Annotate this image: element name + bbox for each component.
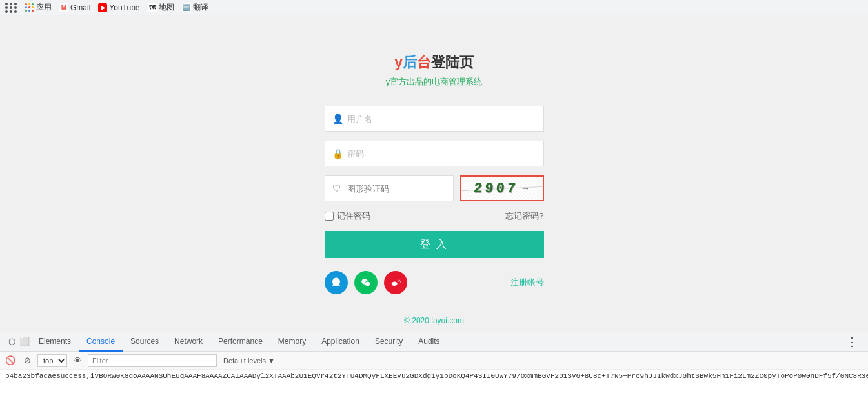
username-input[interactable] bbox=[325, 106, 544, 132]
lock-icon: 🔒 bbox=[332, 148, 343, 159]
tab-memory[interactable]: Memory bbox=[270, 332, 314, 352]
tab-audits[interactable]: Audits bbox=[410, 332, 447, 352]
gmail-label: Gmail bbox=[70, 3, 90, 12]
footer-text: © 2020 layui.com bbox=[404, 316, 464, 325]
title-rest: 登陆页 bbox=[431, 54, 474, 70]
context-select[interactable]: top bbox=[37, 354, 67, 367]
login-button[interactable]: 登 入 bbox=[325, 231, 544, 258]
stop-icon[interactable]: ⊘ bbox=[21, 354, 34, 367]
clear-console-icon[interactable]: 🚫 bbox=[4, 354, 17, 367]
title-y: y bbox=[394, 54, 402, 70]
register-link[interactable]: 注册帐号 bbox=[510, 277, 544, 288]
translate-label: 翻译 bbox=[193, 2, 208, 13]
social-row: 注册帐号 bbox=[325, 271, 544, 294]
bookmark-apps[interactable]: 应用 bbox=[25, 2, 52, 13]
bookmark-youtube[interactable]: ▶ YouTube bbox=[98, 3, 139, 12]
tab-console[interactable]: Console bbox=[79, 332, 123, 352]
bookmark-maps[interactable]: 🗺 地图 bbox=[148, 2, 174, 13]
social-icons bbox=[325, 271, 407, 294]
devtools-toolbar: 🚫 ⊘ top 👁 Default levels ▼ bbox=[0, 352, 868, 370]
user-icon: 👤 bbox=[332, 114, 343, 124]
page-subtitle: y官方出品的电商管理系统 bbox=[386, 76, 483, 88]
bookmark-translate[interactable]: 🔤 翻译 bbox=[182, 2, 208, 13]
tab-security[interactable]: Security bbox=[367, 332, 410, 352]
footer: © 2020 layui.com bbox=[0, 316, 868, 325]
login-form: 👤 🔒 🛡 2907 → 记住密码 bbox=[325, 106, 544, 294]
captcha-image[interactable]: 2907 → bbox=[460, 175, 544, 201]
remember-me-label[interactable]: 记住密码 bbox=[325, 210, 370, 222]
remember-checkbox[interactable] bbox=[325, 212, 334, 221]
wechat-icon[interactable] bbox=[354, 271, 378, 294]
tab-sources[interactable]: Sources bbox=[123, 332, 167, 352]
qq-icon[interactable] bbox=[325, 271, 348, 294]
title-h: 后 bbox=[403, 54, 417, 70]
levels-label[interactable]: Default levels ▼ bbox=[223, 357, 275, 365]
options-row: 记住密码 忘记密码? bbox=[325, 210, 544, 222]
weibo-icon[interactable] bbox=[384, 271, 407, 294]
tab-network[interactable]: Network bbox=[167, 332, 210, 352]
page-title: y后台登陆页 bbox=[394, 54, 473, 70]
tab-application[interactable]: Application bbox=[314, 332, 367, 352]
devtools-console-output: b4ba23bfacaesuccess,iVBORw0KGgoAAAANSUhE… bbox=[0, 370, 868, 400]
devtools-device-icon[interactable]: ⬜ bbox=[18, 335, 31, 348]
main-content: y后台登陆页 y官方出品的电商管理系统 👤 🔒 🛡 2907 → bbox=[0, 15, 868, 332]
captcha-row: 🛡 2907 → bbox=[325, 175, 544, 201]
eye-icon[interactable]: 👁 bbox=[71, 354, 84, 367]
captcha-input[interactable] bbox=[325, 175, 454, 201]
tab-performance[interactable]: Performance bbox=[210, 332, 270, 352]
bookmark-gmail[interactable]: Gmail bbox=[59, 3, 90, 12]
password-input[interactable] bbox=[325, 141, 544, 166]
remember-text: 记住密码 bbox=[337, 210, 370, 222]
devtools-tabs: ⬡ ⬜ Elements Console Sources Network Per… bbox=[0, 332, 868, 352]
bookmarks-bar: 应用 Gmail ▶ YouTube 🗺 地图 🔤 翻译 bbox=[0, 0, 868, 15]
apps-icon[interactable] bbox=[5, 3, 17, 13]
console-log-text: b4ba23bfacaesuccess,iVBORw0KGgoAAAANSUhE… bbox=[5, 372, 868, 380]
shield-icon: 🛡 bbox=[332, 183, 341, 194]
forgot-password-link[interactable]: 忘记密码? bbox=[505, 210, 543, 222]
title-j: 台 bbox=[417, 54, 431, 70]
tab-elements[interactable]: Elements bbox=[31, 332, 79, 352]
captcha-value: 2907 bbox=[473, 181, 519, 197]
captcha-arrow: → bbox=[521, 183, 530, 194]
devtools-inspect-icon[interactable]: ⬡ bbox=[5, 335, 18, 348]
devtools-panel: ⬡ ⬜ Elements Console Sources Network Per… bbox=[0, 332, 868, 400]
captcha-input-group: 🛡 bbox=[325, 175, 454, 201]
filter-input[interactable] bbox=[88, 354, 217, 367]
maps-label: 地图 bbox=[159, 2, 174, 13]
password-group: 🔒 bbox=[325, 141, 544, 166]
devtools-more-button[interactable]: ⋮ bbox=[841, 335, 863, 349]
username-group: 👤 bbox=[325, 106, 544, 132]
youtube-label: YouTube bbox=[109, 3, 139, 12]
apps-label: 应用 bbox=[36, 2, 52, 13]
